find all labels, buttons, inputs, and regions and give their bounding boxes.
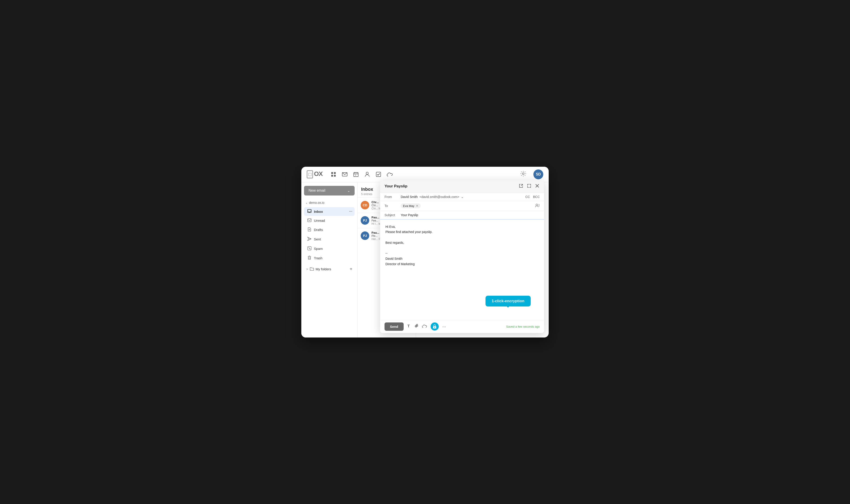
contacts-icon[interactable] xyxy=(535,203,540,209)
user-avatar[interactable]: SD xyxy=(533,169,543,179)
unread-icon xyxy=(307,218,312,223)
compose-header: Your Payslip xyxy=(380,180,544,193)
svg-line-23 xyxy=(521,184,523,186)
sidebar-item-inbox[interactable]: Inbox ··· xyxy=(304,207,354,216)
from-value: David Smith <david.smith@outlook.com> ⌄ xyxy=(401,195,523,199)
avatar-pj-2: PJ xyxy=(361,231,369,240)
attach-icon[interactable] xyxy=(415,324,418,329)
avatar-pj-1: PJ xyxy=(361,216,369,225)
sidebar: New email ⌄ ⌄ demo.ox.io Inbox ··· xyxy=(301,182,358,338)
body-line-7: David Smith xyxy=(385,256,539,262)
compose-window: Your Payslip xyxy=(380,180,544,333)
from-field-row: From David Smith <david.smith@outlook.co… xyxy=(380,193,544,201)
avatar-cd: CD xyxy=(361,201,369,210)
trash-label: Trash xyxy=(314,256,323,260)
subject-field-row: Subject xyxy=(380,211,544,219)
inbox-label: Inbox xyxy=(314,210,323,214)
body-line-8: Director of Marketing xyxy=(385,262,539,267)
sidebar-item-drafts[interactable]: Drafts xyxy=(304,226,354,234)
ox-logo[interactable]: □OX xyxy=(307,170,323,178)
my-folders-chevron-icon: > xyxy=(306,267,308,271)
mail-icon[interactable] xyxy=(341,171,348,178)
nav-icons: 9 xyxy=(330,171,393,178)
send-button[interactable]: Send xyxy=(384,322,404,331)
to-field-row: To Eva May ✕ xyxy=(380,201,544,211)
svg-point-10 xyxy=(366,172,368,174)
account-row[interactable]: ⌄ demo.ox.io xyxy=(304,200,354,205)
account-name: demo.ox.io xyxy=(309,201,324,204)
svg-rect-0 xyxy=(331,172,333,174)
compose-body-text: Hi Eva, Please find attached your paysli… xyxy=(385,224,539,267)
remove-recipient-button[interactable]: ✕ xyxy=(416,204,418,208)
sent-label: Sent xyxy=(314,237,321,241)
checkbox-icon[interactable] xyxy=(375,171,382,178)
from-dropdown-icon[interactable]: ⌄ xyxy=(461,195,464,199)
svg-point-26 xyxy=(536,204,538,206)
body-line-2: Please find attached your payslip. xyxy=(385,230,539,235)
compose-close-button[interactable] xyxy=(535,183,540,190)
more-options-icon[interactable]: ··· xyxy=(442,324,446,329)
saved-status: Saved a few seconds ago xyxy=(506,325,540,328)
add-folder-button[interactable]: + xyxy=(350,267,352,272)
compose-header-actions xyxy=(519,183,540,190)
to-recipient-name: Eva May xyxy=(403,204,414,208)
chevron-down-icon: ⌄ xyxy=(347,188,350,193)
to-recipient-chip[interactable]: Eva May ✕ xyxy=(401,203,421,208)
svg-point-32 xyxy=(434,327,435,328)
svg-text:T: T xyxy=(407,324,410,328)
compose-body[interactable]: Hi Eva, Please find attached your paysli… xyxy=(380,220,544,320)
spam-icon xyxy=(307,246,312,251)
person-icon[interactable] xyxy=(364,171,371,178)
svg-rect-2 xyxy=(331,175,333,177)
svg-rect-11 xyxy=(376,172,381,177)
inbox-icon xyxy=(307,209,312,214)
compose-fields: From David Smith <david.smith@outlook.co… xyxy=(380,193,544,220)
compose-footer: Send T xyxy=(380,320,544,333)
my-folders-icon xyxy=(310,267,314,271)
svg-rect-3 xyxy=(334,175,336,177)
my-folders-label: My folders xyxy=(316,267,331,271)
unread-label: Unread xyxy=(314,219,325,222)
inbox-more-icon[interactable]: ··· xyxy=(349,209,352,214)
cc-button[interactable]: CC xyxy=(525,195,530,199)
compose-title: Your Payslip xyxy=(384,184,519,188)
settings-icon[interactable] xyxy=(520,171,526,178)
new-email-button[interactable]: New email ⌄ xyxy=(304,186,354,196)
app-window: □OX xyxy=(301,167,549,338)
new-email-label: New email xyxy=(309,188,325,193)
account-chevron-icon: ⌄ xyxy=(306,201,308,204)
compose-expand-button[interactable] xyxy=(527,183,532,190)
sidebar-item-spam[interactable]: Spam xyxy=(304,244,354,253)
encryption-tooltip[interactable]: 1-click-encryption xyxy=(485,296,531,306)
text-format-icon[interactable]: T xyxy=(407,324,411,329)
subject-input[interactable] xyxy=(401,213,540,217)
subject-label: Subject xyxy=(384,213,398,217)
svg-text:9: 9 xyxy=(355,174,356,176)
spam-label: Spam xyxy=(314,247,323,251)
from-label: From xyxy=(384,195,398,199)
from-name: David Smith xyxy=(401,195,418,199)
svg-point-12 xyxy=(522,173,524,175)
body-line-4: Best regards, xyxy=(385,240,539,246)
drafts-icon xyxy=(307,228,312,232)
sidebar-item-sent[interactable]: Sent xyxy=(304,235,354,244)
bcc-button[interactable]: BCC xyxy=(533,195,540,199)
sent-icon xyxy=(307,237,312,242)
compose-popout-button[interactable] xyxy=(519,183,523,190)
trash-icon xyxy=(307,256,312,260)
svg-line-20 xyxy=(309,247,310,249)
sidebar-item-trash[interactable]: Trash xyxy=(304,254,354,263)
svg-rect-1 xyxy=(334,172,336,174)
encrypt-button[interactable] xyxy=(431,322,439,330)
drafts-label: Drafts xyxy=(314,228,323,232)
from-email: <david.smith@outlook.com> xyxy=(419,195,459,199)
body-line-6: -- xyxy=(385,251,539,256)
cloud-icon[interactable] xyxy=(386,171,393,178)
calendar-icon[interactable]: 9 xyxy=(352,171,360,178)
cloud-drive-icon[interactable] xyxy=(422,324,427,329)
cc-bcc-buttons: CC BCC xyxy=(525,195,540,199)
my-folders-row[interactable]: > My folders + xyxy=(304,265,354,274)
grid-icon[interactable] xyxy=(330,171,337,178)
svg-rect-14 xyxy=(308,219,311,222)
sidebar-item-unread[interactable]: Unread xyxy=(304,216,354,225)
